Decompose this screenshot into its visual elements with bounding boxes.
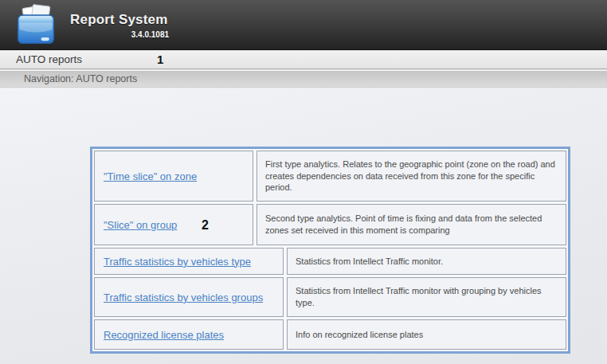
report-link-cell: Traffic statistics by vehicles groups (94, 277, 284, 317)
table-row: Traffic statistics by vehicles type Stat… (94, 248, 566, 275)
app-version: 3.4.0.1081 (70, 30, 170, 39)
report-description: Second type analytics. Point of time is … (257, 204, 566, 245)
menu-item-auto-reports[interactable]: AUTO reports (16, 51, 82, 68)
table-row: "Slice" on group Second type analytics. … (94, 204, 566, 245)
report-description: First type analytics. Relates to the geo… (257, 151, 566, 202)
title-block: Report System 3.4.0.1081 (70, 12, 170, 39)
report-folder-icon (14, 4, 58, 47)
report-link-cell: Recognized license plates (94, 319, 284, 350)
content-area: "Time slice" on zone First type analytic… (0, 88, 607, 364)
report-description: Statistics from Intellect Traffic monito… (287, 248, 566, 275)
app-title: Report System (70, 12, 170, 28)
app-header: Report System 3.4.0.1081 (0, 0, 607, 50)
report-link-cell: Traffic statistics by vehicles type (94, 248, 284, 275)
report-link-cell: "Time slice" on zone (94, 151, 253, 202)
reports-table: "Time slice" on zone First type analytic… (90, 147, 570, 354)
report-link-traffic-statistics-by-vehicles-type[interactable]: Traffic statistics by vehicles type (104, 256, 251, 268)
report-link-recognized-license-plates[interactable]: Recognized license plates (104, 329, 224, 341)
table-row: Traffic statistics by vehicles groups St… (94, 277, 566, 317)
menubar: AUTO reports 1 (0, 51, 607, 69)
callout-1: 1 (157, 53, 163, 66)
report-link-cell: "Slice" on group (94, 204, 253, 245)
breadcrumb-bar: Navigation: AUTO reports (0, 70, 607, 88)
report-link-slice-on-group[interactable]: "Slice" on group (104, 219, 177, 231)
report-description: Info on recognized license plates (287, 319, 566, 350)
report-link-time-slice-on-zone[interactable]: "Time slice" on zone (104, 170, 197, 182)
report-link-traffic-statistics-by-vehicles-groups[interactable]: Traffic statistics by vehicles groups (104, 292, 263, 303)
callout-2: 2 (202, 218, 209, 233)
table-row: "Time slice" on zone First type analytic… (94, 151, 566, 202)
table-row: Recognized license plates Info on recogn… (94, 319, 566, 350)
report-description: Statistics from Intellect Traffic monito… (287, 277, 566, 317)
breadcrumb: Navigation: AUTO reports (24, 71, 137, 88)
